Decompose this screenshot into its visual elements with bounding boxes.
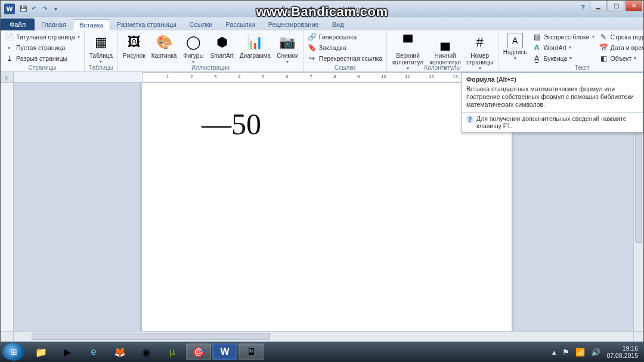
tab-mailings[interactable]: Рассылки (219, 18, 261, 30)
tab-insert[interactable]: Вставка (73, 19, 110, 30)
taskbar-chrome-icon[interactable]: ◉ (134, 344, 159, 360)
ribbon: 📄Титульная страница ▫Пустая страница ⤓Ра… (1, 30, 643, 72)
tab-home[interactable]: Главная (35, 18, 73, 30)
wordart-icon: A (532, 43, 541, 52)
horizontal-scrollbar-row (1, 331, 643, 341)
taskbar-explorer-icon[interactable]: 📁 (29, 344, 54, 360)
help-button[interactable]: ? (581, 4, 585, 11)
crossref-icon: ↪ (308, 54, 317, 63)
windows-taskbar: ⊞ 📁 ▶ e 🦊 ◉ µ 🎯 W 🖥 ▴ ⚑ 📶 🔊 19:16 07.08.… (0, 342, 644, 362)
taskbar-clock[interactable]: 19:16 07.08.2015 (606, 345, 638, 359)
shapes-icon: ◯ (184, 33, 203, 52)
ruler-area: L 12 34 56 78 910 1112 1314 15 Формула (… (1, 72, 643, 83)
vertical-ruler[interactable] (1, 83, 14, 331)
qat-save-icon[interactable]: 💾 (18, 4, 28, 14)
picture-button[interactable]: 🖼Рисунок (120, 32, 148, 60)
hyperlink-button[interactable]: 🔗Гиперссылка (306, 32, 384, 42)
dropcap-icon: A̲ (532, 54, 541, 63)
object-button[interactable]: ◧Объект (597, 53, 644, 63)
taskbar-firefox-icon[interactable]: 🦊 (107, 344, 132, 360)
word-app-icon[interactable]: W (4, 4, 15, 14)
close-button[interactable]: ✕ (626, 1, 642, 11)
ribbon-tabs: Файл Главная Вставка Разметка страницы С… (1, 17, 643, 30)
clipart-button[interactable]: 🎨Картинка (149, 32, 179, 60)
taskbar-ie-icon[interactable]: e (81, 344, 106, 360)
taskbar-word-icon[interactable]: W (212, 344, 237, 360)
tray-flag-icon[interactable]: ⚑ (562, 348, 569, 357)
ruler-corner[interactable]: L (1, 72, 14, 82)
help-icon: ? (466, 115, 473, 123)
blank-page-button[interactable]: ▫Пустая страница (3, 42, 82, 52)
system-tray: ▴ ⚑ 📶 🔊 19:16 07.08.2015 (552, 345, 642, 359)
tab-page-layout[interactable]: Разметка страницы (110, 18, 183, 30)
dropcap-button[interactable]: A̲Буквица (531, 53, 596, 63)
clock-time: 19:16 (606, 345, 638, 352)
textbox-icon: A (507, 33, 523, 48)
datetime-icon: 📅 (599, 43, 608, 52)
tab-references[interactable]: Ссылки (183, 18, 219, 30)
tab-view[interactable]: Вид (326, 18, 351, 30)
bookmark-button[interactable]: 🔖Закладка (306, 42, 384, 52)
page[interactable]: —50 (142, 83, 512, 331)
tab-review[interactable]: Рецензирование (262, 18, 326, 30)
start-button[interactable]: ⊞ (2, 343, 25, 361)
group-illustrations-label: Иллюстрации (120, 64, 301, 72)
shapes-button[interactable]: ◯Фигуры (180, 32, 206, 66)
textbox-button[interactable]: AНадпись (501, 32, 530, 62)
tray-arrow-icon[interactable]: ▴ (552, 348, 556, 357)
screenshot-icon: 📷 (278, 33, 297, 52)
maximize-button[interactable]: ▢ (608, 1, 624, 11)
blank-page-icon: ▫ (5, 43, 14, 52)
cover-page-button[interactable]: 📄Титульная страница (3, 32, 82, 42)
page-break-icon: ⤓ (5, 54, 14, 63)
group-text-label: Текст (501, 64, 644, 72)
page-break-button[interactable]: ⤓Разрыв страницы (3, 53, 82, 63)
tray-volume-icon[interactable]: 🔊 (591, 348, 600, 357)
tab-file[interactable]: Файл (1, 18, 35, 30)
word-window: www.Bandicam.com W 💾 ↶ ↷ ▾ Документ1 - M… (0, 0, 644, 342)
smartart-icon: ⬢ (212, 33, 231, 52)
group-illustrations: 🖼Рисунок 🎨Картинка ◯Фигуры ⬢SmartArt 📊Ди… (118, 30, 304, 72)
tooltip-footer: Для получения дополнительных сведений на… (476, 115, 638, 129)
document-title: Документ1 - Microsoft Word (281, 5, 363, 13)
taskbar-utorrent-icon[interactable]: µ (160, 344, 185, 360)
header-icon: ▀ (398, 33, 417, 52)
hyperlink-icon: 🔗 (308, 32, 317, 41)
clipart-icon: 🎨 (154, 33, 174, 52)
group-pages: 📄Титульная страница ▫Пустая страница ⤓Ра… (1, 30, 85, 72)
horizontal-scrollbar[interactable] (14, 332, 633, 341)
picture-icon: 🖼 (125, 33, 144, 52)
group-links: 🔗Гиперссылка 🔖Закладка ↪Перекрестная ссы… (304, 30, 387, 72)
datetime-button[interactable]: 📅Дата и время (597, 42, 644, 52)
smartart-button[interactable]: ⬢SmartArt (208, 32, 236, 60)
wordart-button[interactable]: AWordArt (531, 42, 596, 52)
sigline-button[interactable]: ✎Строка подписи (597, 32, 644, 42)
titlebar: W 💾 ↶ ↷ ▾ Документ1 - Microsoft Word ? ▁… (1, 1, 643, 17)
bookmark-icon: 🔖 (308, 43, 317, 52)
table-button[interactable]: ▦ Таблица (87, 32, 115, 66)
qat-customize-icon[interactable]: ▾ (51, 4, 60, 14)
qat-redo-icon[interactable]: ↷ (40, 4, 49, 14)
screenshot-button[interactable]: 📷Снимок (274, 32, 301, 66)
group-pages-label: Страницы (3, 64, 82, 72)
sigline-icon: ✎ (599, 32, 608, 41)
document-content[interactable]: —50 (202, 107, 261, 141)
hscroll-thumb[interactable] (32, 333, 270, 340)
tray-network-icon[interactable]: 📶 (575, 348, 585, 357)
taskbar-mediaplayer-icon[interactable]: ▶ (55, 344, 80, 360)
minimize-button[interactable]: ▁ (590, 1, 606, 11)
taskbar-bandicam-icon[interactable]: 🎯 (186, 344, 211, 360)
group-links-label: Ссылки (306, 64, 384, 72)
cover-page-icon: 📄 (5, 32, 14, 41)
crossref-button[interactable]: ↪Перекрестная ссылка (306, 53, 384, 63)
pagenum-icon: # (470, 33, 490, 52)
quickparts-button[interactable]: ▧Экспресс-блоки (531, 32, 596, 42)
tooltip-body: Вставка стандартных математических форму… (462, 84, 643, 112)
group-tables-label: Таблицы (87, 64, 115, 72)
tooltip-title: Формула (Alt+=) (462, 73, 643, 84)
qat-undo-icon[interactable]: ↶ (29, 4, 39, 14)
chart-button[interactable]: 📊Диаграмма (237, 32, 273, 60)
clock-date: 07.08.2015 (606, 352, 638, 359)
taskbar-app-icon[interactable]: 🖥 (239, 344, 264, 360)
group-tables: ▦ Таблица Таблицы (85, 30, 118, 72)
